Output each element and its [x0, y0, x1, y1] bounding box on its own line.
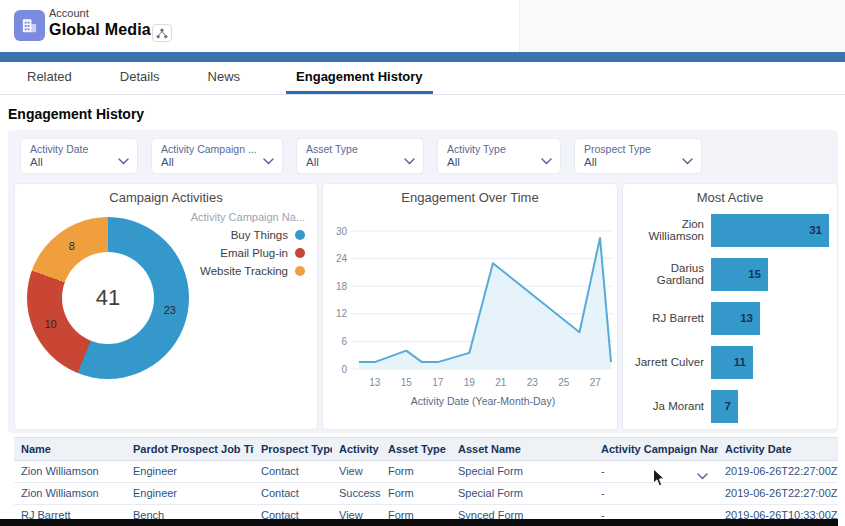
svg-text:6: 6	[341, 336, 347, 347]
tab-related[interactable]: Related	[25, 62, 74, 94]
filter-value: All	[447, 156, 534, 168]
bar[interactable]: 7	[711, 390, 738, 423]
filter-bar: Activity DateAllActivity Campaign ...All…	[20, 138, 702, 174]
bar-value: 15	[748, 268, 768, 280]
filter-label: Activity Type	[447, 143, 534, 155]
tab-details[interactable]: Details	[118, 62, 162, 94]
donut-slice-value: 23	[164, 304, 176, 316]
bar-row[interactable]: Ja Morant7	[623, 384, 837, 428]
svg-text:27: 27	[590, 377, 602, 388]
table-cell[interactable]: 2019-06-26T22:27:00Z	[718, 461, 838, 482]
donut-center: 41	[62, 252, 154, 344]
legend-title: Activity Campaign Na...	[191, 208, 305, 226]
table-cell[interactable]: Contact	[254, 483, 332, 504]
bar-row[interactable]: Darius Gardland15	[623, 252, 837, 296]
donut-total-value: 41	[96, 285, 120, 311]
bar[interactable]: 31	[711, 214, 829, 247]
donut-chart[interactable]: 41 23108	[27, 217, 189, 379]
table-cell[interactable]: 2019-06-26T22:27:00Z	[718, 483, 838, 504]
svg-text:15: 15	[401, 377, 413, 388]
bar[interactable]: 13	[711, 302, 760, 335]
filter-value: All	[30, 156, 111, 168]
legend-swatch-icon	[295, 230, 305, 240]
table-row[interactable]: Zion WilliamsonEngineerContactSuccessFor…	[14, 483, 838, 505]
table-cell[interactable]: Zion Williamson	[14, 483, 126, 504]
legend-item[interactable]: Website Tracking	[191, 262, 305, 280]
legend-swatch-icon	[295, 266, 305, 276]
svg-text:12: 12	[336, 308, 348, 319]
bar-category-label: Zion Williamson	[623, 218, 711, 242]
record-type-label: Account	[49, 7, 89, 19]
legend-swatch-icon	[295, 248, 305, 258]
most-active-title: Most Active	[623, 184, 837, 205]
bar-value: 13	[740, 312, 760, 324]
filter-activity-campaign[interactable]: Activity Campaign ...All	[151, 138, 283, 174]
filter-label: Activity Campaign ...	[161, 143, 256, 155]
filter-value: All	[306, 156, 397, 168]
filter-asset-type[interactable]: Asset TypeAll	[296, 138, 424, 174]
filter-prospect-type[interactable]: Prospect TypeAll	[574, 138, 702, 174]
chevron-down-icon[interactable]	[697, 466, 708, 482]
bar[interactable]: 15	[711, 258, 768, 291]
bar-row[interactable]: Jarrett Culver11	[623, 340, 837, 384]
table-cell[interactable]: Form	[381, 483, 451, 504]
donut-legend: Activity Campaign Na... Buy ThingsEmail …	[191, 208, 305, 280]
bar-row[interactable]: Zion Williamson31	[623, 208, 837, 252]
column-header[interactable]: Pardot Prospect Job Title	[126, 438, 254, 460]
svg-text:0: 0	[341, 364, 347, 375]
bar-value: 11	[734, 356, 753, 368]
chevron-down-icon[interactable]	[682, 151, 693, 169]
most-active-card: Most Active Zion Williamson31Darius Gard…	[622, 183, 838, 430]
svg-text:25: 25	[558, 377, 570, 388]
svg-text:30: 30	[336, 226, 348, 237]
tab-news[interactable]: News	[206, 62, 243, 94]
svg-text:Activity Date (Year-Month-Day): Activity Date (Year-Month-Day)	[411, 395, 555, 407]
legend-item[interactable]: Buy Things	[191, 226, 305, 244]
campaign-activities-card: Campaign Activities 41 23108 Activity Ca…	[14, 183, 318, 430]
table-header-row: NamePardot Prospect Job TitleProspect Ty…	[14, 438, 838, 461]
table-row[interactable]: Zion WilliamsonEngineerContactViewFormSp…	[14, 461, 838, 483]
svg-text:21: 21	[495, 377, 507, 388]
column-header[interactable]: Asset Name	[451, 438, 594, 460]
building-icon	[20, 16, 39, 35]
column-header[interactable]: Asset Type	[381, 438, 451, 460]
table-cell[interactable]: Form	[381, 461, 451, 482]
hierarchy-icon	[156, 28, 168, 39]
bar[interactable]: 11	[711, 346, 753, 379]
bar-track: 11	[711, 346, 837, 379]
column-header[interactable]: Prospect Type	[254, 438, 332, 460]
donut-slice-value: 10	[44, 318, 56, 330]
bar-row[interactable]: RJ Barrett13	[623, 296, 837, 340]
column-header[interactable]: Activity	[332, 438, 381, 460]
svg-text:23: 23	[527, 377, 539, 388]
chevron-down-icon[interactable]	[541, 151, 552, 169]
svg-text:18: 18	[336, 281, 348, 292]
hierarchy-button[interactable]	[152, 24, 172, 42]
chevron-down-icon[interactable]	[263, 151, 274, 169]
filter-activity-type[interactable]: Activity TypeAll	[437, 138, 561, 174]
column-header[interactable]: Activity Campaign Name	[594, 438, 718, 460]
tab-engagement-history[interactable]: Engagement History	[286, 62, 432, 94]
campaign-activities-title: Campaign Activities	[15, 184, 317, 205]
bar-track: 7	[711, 390, 837, 423]
table-cell[interactable]: Special Form	[451, 483, 594, 504]
section-title: Engagement History	[8, 106, 144, 122]
table-cell[interactable]: Engineer	[126, 461, 254, 482]
filter-label: Asset Type	[306, 143, 397, 155]
bar-category-label: Darius Gardland	[623, 262, 711, 286]
table-cell[interactable]: Zion Williamson	[14, 461, 126, 482]
chevron-down-icon[interactable]	[118, 151, 129, 169]
table-cell[interactable]: Success	[332, 483, 381, 504]
table-cell[interactable]: View	[332, 461, 381, 482]
bar-value: 31	[809, 224, 829, 236]
filter-activity-date[interactable]: Activity DateAll	[20, 138, 138, 174]
column-header[interactable]: Activity Date	[718, 438, 838, 460]
line-chart[interactable]: 06121824301315171921232527Activity Date …	[323, 205, 619, 417]
legend-item[interactable]: Email Plug-in	[191, 244, 305, 262]
table-cell[interactable]: Special Form	[451, 461, 594, 482]
chevron-down-icon[interactable]	[404, 151, 415, 169]
table-cell[interactable]: Contact	[254, 461, 332, 482]
column-header[interactable]: Name	[14, 438, 126, 460]
bar-track: 31	[711, 214, 837, 247]
table-cell[interactable]: Engineer	[126, 483, 254, 504]
